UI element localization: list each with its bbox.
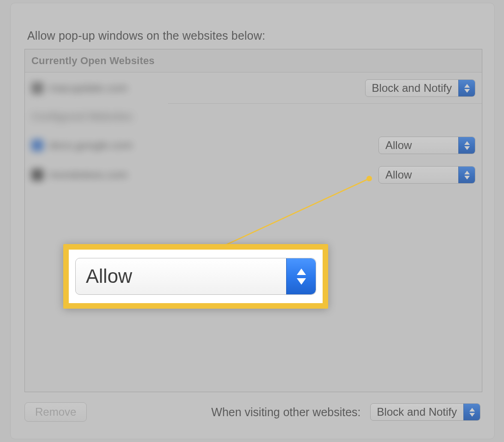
section-header-configured-websites-blurred: Configured Websites — [25, 104, 482, 130]
website-domain: mondotees.com — [49, 168, 128, 181]
updown-chevron-icon — [458, 137, 475, 154]
footer-row: Remove When visiting other websites: Blo… — [24, 401, 480, 423]
favicon-icon — [31, 82, 43, 94]
page-heading: Allow pop-up windows on the websites bel… — [27, 29, 265, 42]
updown-chevron-icon — [286, 258, 316, 294]
select-value: Allow — [76, 258, 286, 294]
websites-list: Currently Open Websites macupdate.com Bl… — [24, 49, 482, 392]
callout-permission-select[interactable]: Allow — [75, 258, 316, 295]
website-cell-blurred: docs.google.com — [31, 139, 132, 152]
settings-panel: Allow pop-up windows on the websites bel… — [10, 3, 495, 439]
website-cell-blurred: mondotees.com — [31, 168, 128, 181]
remove-button[interactable]: Remove — [24, 402, 87, 422]
updown-chevron-icon — [458, 167, 475, 183]
popup-permission-select[interactable]: Block and Notify — [365, 79, 475, 97]
website-row[interactable]: macupdate.com Block and Notify — [25, 72, 482, 104]
website-domain: docs.google.com — [49, 139, 132, 152]
website-row[interactable]: mondotees.com Allow — [25, 161, 482, 189]
section-header-open-websites: Currently Open Websites — [25, 49, 482, 72]
updown-chevron-icon — [463, 404, 480, 420]
website-cell-blurred: macupdate.com — [31, 82, 128, 95]
updown-chevron-icon — [458, 80, 475, 96]
other-websites-permission-select[interactable]: Block and Notify — [370, 403, 480, 421]
favicon-icon — [31, 169, 43, 181]
select-value: Block and Notify — [371, 404, 463, 420]
select-value: Allow — [379, 137, 458, 154]
select-value: Allow — [379, 167, 458, 183]
annotation-callout: Allow — [63, 244, 328, 309]
remove-button-label: Remove — [35, 406, 76, 418]
select-value: Block and Notify — [366, 80, 458, 96]
website-row[interactable]: docs.google.com Allow — [25, 130, 482, 161]
popup-permission-select[interactable]: Allow — [378, 137, 475, 154]
website-domain: macupdate.com — [49, 82, 128, 95]
other-websites-label: When visiting other websites: — [211, 406, 361, 419]
popup-permission-select[interactable]: Allow — [378, 166, 475, 184]
favicon-icon — [31, 139, 43, 151]
